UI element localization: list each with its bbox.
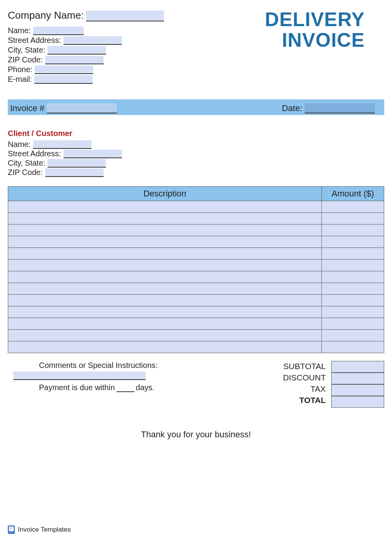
discount-value[interactable] [331, 373, 384, 384]
sender-name-input[interactable] [33, 27, 84, 35]
footer-brand: Invoice Templates [8, 525, 71, 534]
amount-cell[interactable] [322, 306, 384, 318]
description-cell[interactable] [8, 213, 322, 225]
description-cell[interactable] [8, 306, 322, 318]
description-cell[interactable] [8, 318, 322, 330]
comments-block: Comments or Special Instructions: Paymen… [8, 361, 179, 392]
description-cell[interactable] [8, 271, 322, 283]
sender-phone-row: Phone: [8, 65, 164, 74]
amount-cell[interactable] [322, 225, 384, 236]
invoice-templates-icon [8, 525, 15, 534]
discount-label: DISCOUNT [283, 373, 326, 382]
amount-cell[interactable] [322, 295, 384, 306]
line-items-table: Description Amount ($) [8, 186, 384, 353]
company-name-row: Company Name: [8, 9, 164, 21]
document-title: DELIVERY INVOICE [265, 9, 384, 50]
invoice-date-input[interactable] [305, 103, 375, 113]
description-cell[interactable] [8, 283, 322, 295]
amount-cell[interactable] [322, 248, 384, 260]
total-value[interactable] [331, 396, 384, 408]
invoice-date-label: Date: [282, 103, 302, 113]
subtotal-label: SUBTOTAL [283, 362, 326, 371]
table-row [8, 318, 384, 330]
table-row [8, 201, 384, 213]
total-label: TOTAL [299, 396, 326, 405]
description-cell[interactable] [8, 201, 322, 213]
table-row [8, 295, 384, 306]
totals-block: SUBTOTAL DISCOUNT TAX TOTAL [283, 361, 384, 408]
table-row [8, 341, 384, 353]
table-row [8, 248, 384, 260]
invoice-number-label: Invoice # [10, 103, 44, 113]
client-street-input[interactable] [64, 150, 122, 158]
invoice-bar: Invoice # Date: [8, 99, 384, 115]
payment-terms: Payment is due within days. [39, 383, 179, 392]
description-cell[interactable] [8, 330, 322, 341]
sender-city-input[interactable] [48, 46, 106, 55]
subtotal-value[interactable] [331, 361, 384, 373]
table-row [8, 283, 384, 295]
amount-cell[interactable] [322, 236, 384, 248]
payment-days-input[interactable] [117, 384, 134, 392]
client-name-input[interactable] [33, 140, 92, 149]
col-description: Description [8, 187, 322, 201]
table-row [8, 236, 384, 248]
sender-zip-row: ZIP Code: [8, 55, 164, 64]
tax-label: TAX [311, 384, 326, 394]
client-zip-input[interactable] [45, 168, 104, 177]
company-name-label: Company Name: [8, 9, 86, 21]
table-row [8, 225, 384, 236]
sender-name-row: Name: [8, 26, 164, 35]
amount-cell[interactable] [322, 260, 384, 271]
tax-value[interactable] [331, 384, 384, 396]
table-row [8, 213, 384, 225]
sender-city-row: City, State: [8, 46, 164, 55]
company-name-input[interactable] [86, 11, 164, 21]
description-cell[interactable] [8, 225, 322, 236]
table-row [8, 271, 384, 283]
sender-email-row: E-mail: [8, 75, 164, 84]
amount-cell[interactable] [322, 201, 384, 213]
sender-email-input[interactable] [34, 75, 93, 84]
description-cell[interactable] [8, 248, 322, 260]
amount-cell[interactable] [322, 341, 384, 353]
description-cell[interactable] [8, 295, 322, 306]
amount-cell[interactable] [322, 318, 384, 330]
invoice-number-input[interactable] [47, 103, 117, 113]
thank-you-text: Thank you for your business! [8, 430, 384, 440]
amount-cell[interactable] [322, 271, 384, 283]
table-row [8, 306, 384, 318]
client-header: Client / Customer [8, 129, 384, 138]
amount-cell[interactable] [322, 213, 384, 225]
table-row [8, 260, 384, 271]
client-city-input[interactable] [48, 159, 106, 168]
description-cell[interactable] [8, 260, 322, 271]
table-row [8, 330, 384, 341]
amount-cell[interactable] [322, 330, 384, 341]
description-cell[interactable] [8, 236, 322, 248]
sender-street-row: Street Address: [8, 36, 164, 45]
sender-street-input[interactable] [64, 36, 122, 45]
comments-label: Comments or Special Instructions: [39, 361, 179, 370]
sender-phone-input[interactable] [35, 65, 93, 74]
sender-zip-input[interactable] [45, 56, 104, 64]
client-block: Client / Customer Name: Street Address: … [8, 129, 384, 177]
comments-input[interactable] [13, 371, 146, 380]
description-cell[interactable] [8, 341, 322, 353]
col-amount: Amount ($) [322, 187, 384, 201]
sender-block: Company Name: Name: Street Address: City… [8, 9, 164, 84]
amount-cell[interactable] [322, 283, 384, 295]
